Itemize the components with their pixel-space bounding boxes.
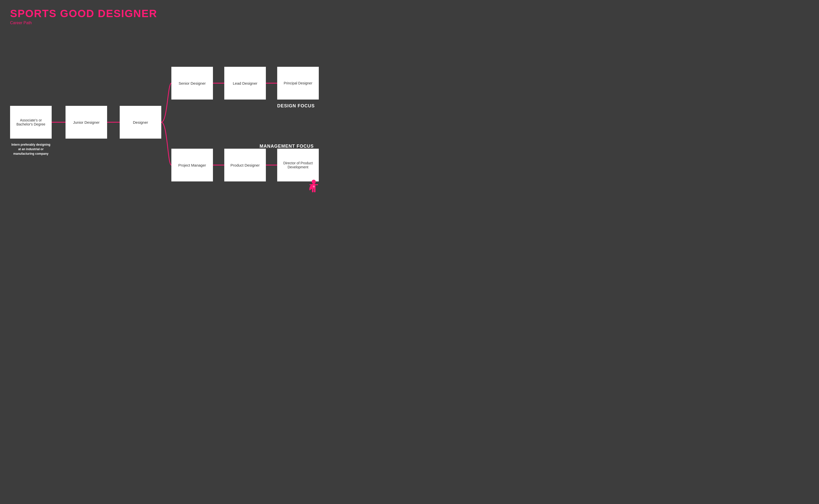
- design-focus-label: DESIGN FOCUS: [277, 103, 315, 109]
- box-project-manager: Project Manager: [171, 149, 213, 181]
- svg-rect-17: [316, 184, 318, 185]
- box-degree: Associate's or Bachelor's Degree: [10, 106, 52, 139]
- box-product-designer: Product Designer: [224, 149, 266, 181]
- page-title: SPORTS GOOD DESIGNER: [10, 8, 157, 20]
- svg-point-14: [312, 180, 316, 184]
- svg-rect-16: [309, 184, 312, 185]
- connectors-svg: [5, 33, 323, 192]
- box-junior: Junior Designer: [66, 106, 107, 139]
- page-header: SPORTS GOOD DESIGNER Career Path: [10, 8, 157, 25]
- box-designer: Designer: [120, 106, 161, 139]
- box-lead-designer: Lead Designer: [224, 67, 266, 100]
- svg-text:G: G: [313, 185, 315, 188]
- box-senior-designer: Senior Designer: [171, 67, 213, 100]
- svg-rect-18: [312, 188, 313, 192]
- box-director-product: Director of Product Development: [277, 149, 319, 181]
- box-principal-designer: Principal Designer: [277, 67, 319, 100]
- career-diagram: Associate's or Bachelor's Degree Intern …: [5, 33, 323, 192]
- svg-rect-19: [314, 188, 316, 192]
- management-focus-label: MANAGEMENT FOCUS: [260, 144, 314, 149]
- page-subtitle: Career Path: [10, 21, 157, 25]
- intern-note-label: Intern preferably designing at an indust…: [10, 142, 52, 156]
- mascot-icon: G: [307, 179, 320, 197]
